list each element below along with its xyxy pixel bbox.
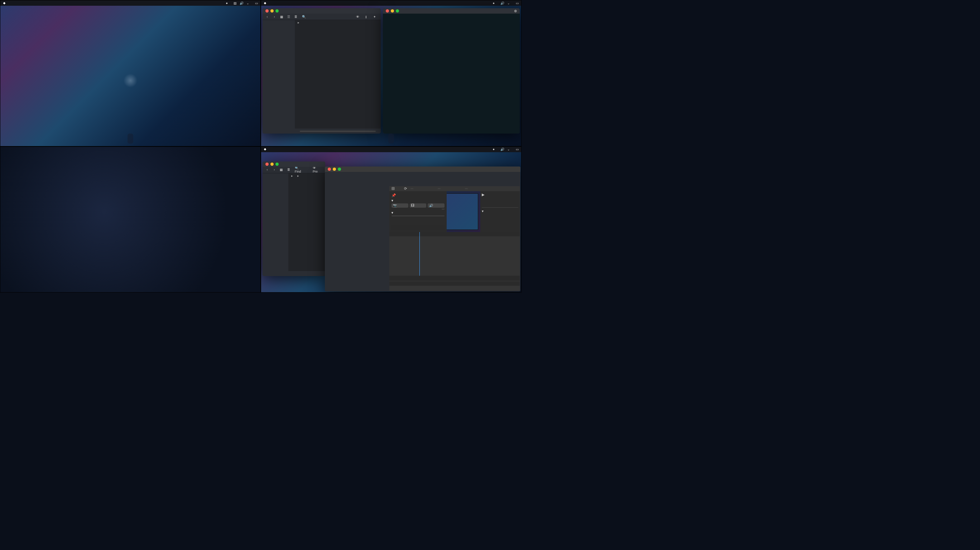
scene-selector[interactable] <box>438 188 441 189</box>
close-icon[interactable] <box>266 162 269 166</box>
back-button[interactable]: ‹ <box>265 14 270 19</box>
properties-panel[interactable]: 📌 ▾ 📷 🎞 🔊 ▾ <box>389 191 447 232</box>
dolphin-window[interactable]: ‹›▦≣🔍 Find👁 Pre ▸ ▸ <box>262 162 325 276</box>
sequencer[interactable] <box>389 232 520 286</box>
split-button[interactable]: ⫿ <box>364 15 370 19</box>
chevron-down-icon[interactable]: ⌄ <box>247 2 249 5</box>
find-button[interactable]: 🔍 <box>301 15 309 19</box>
vse-preview-footer[interactable] <box>391 225 444 230</box>
plasma-icon[interactable] <box>3 2 6 5</box>
blender-icon <box>391 187 395 190</box>
render-button[interactable]: 📷 <box>391 203 408 208</box>
dock[interactable] <box>127 134 133 144</box>
preview-button[interactable]: 👁 <box>355 15 362 19</box>
minimize-icon[interactable] <box>391 9 394 13</box>
timeline-footer[interactable] <box>389 286 520 291</box>
top-panel: ●🔊⌄▭ <box>261 147 521 152</box>
view-icons-button[interactable]: ▦ <box>279 14 284 19</box>
tray-icon[interactable]: ▤ <box>234 2 237 5</box>
wallpaper <box>0 0 260 146</box>
forward-button[interactable]: › <box>272 167 277 172</box>
back-button[interactable]: ‹ <box>265 167 270 172</box>
application-launcher[interactable] <box>0 147 260 292</box>
konsole-window[interactable]: ⊕ <box>383 8 520 134</box>
plasma-icon[interactable] <box>263 148 267 151</box>
minimize-icon[interactable] <box>270 9 274 13</box>
view-compact-button[interactable]: ☰ <box>286 14 291 19</box>
control-button[interactable]: ✦ <box>372 15 379 19</box>
terminal-output[interactable] <box>383 14 520 134</box>
blender-menubar[interactable]: ⟳ <box>389 186 520 191</box>
file-grid[interactable] <box>295 25 381 129</box>
close-icon[interactable] <box>266 9 269 13</box>
engine-selector[interactable] <box>465 188 468 189</box>
preview-viewport <box>447 193 478 230</box>
forward-button[interactable]: › <box>272 14 277 19</box>
dock[interactable] <box>388 134 394 144</box>
dolphin-window[interactable]: ‹ › ▦ ☰ ≣ 🔍 👁 ⫿ ✦ ▸ <box>262 8 381 134</box>
sequencer-footer[interactable] <box>389 276 520 281</box>
animation-button[interactable]: 🎞 <box>410 203 426 208</box>
top-panel: ● ▤ 🔊 ⌄ ▭ <box>0 0 260 6</box>
new-tab-button[interactable]: ⊕ <box>514 9 517 13</box>
volume-icon[interactable]: 🔊 <box>240 2 243 5</box>
blender-window[interactable]: ⟳ 📌 ▾ 📷 🎞 🔊 ▾ <box>325 167 520 292</box>
titlebar[interactable] <box>262 8 381 14</box>
maximize-icon[interactable] <box>275 9 279 13</box>
breadcrumb[interactable]: ▸ ▸ <box>288 173 325 178</box>
category-list[interactable] <box>212 160 261 163</box>
find-button[interactable]: 🔍 Find <box>293 166 307 174</box>
plasma-icon[interactable] <box>263 2 267 5</box>
view-details-button[interactable]: ≣ <box>293 14 298 19</box>
maximize-icon[interactable] <box>396 9 399 13</box>
places-panel <box>262 20 295 134</box>
vse-preview[interactable] <box>447 191 480 232</box>
volume-icon[interactable]: 🔊 <box>500 2 504 5</box>
top-panel: ● 🔊 ⌄ ▭ <box>261 0 521 6</box>
zoom-slider[interactable] <box>300 131 376 132</box>
breadcrumb[interactable]: ▸ <box>295 20 381 25</box>
dopesheet-panel[interactable]: ▶ ▾ <box>480 191 520 232</box>
close-icon[interactable] <box>328 168 331 171</box>
close-icon[interactable] <box>386 9 389 13</box>
statusbar <box>295 129 381 134</box>
toolbar: ‹ › ▦ ☰ ≣ 🔍 👁 ⫿ ✦ <box>262 14 381 20</box>
layout-selector[interactable] <box>410 188 414 189</box>
audio-button[interactable]: 🔊 <box>428 203 444 208</box>
